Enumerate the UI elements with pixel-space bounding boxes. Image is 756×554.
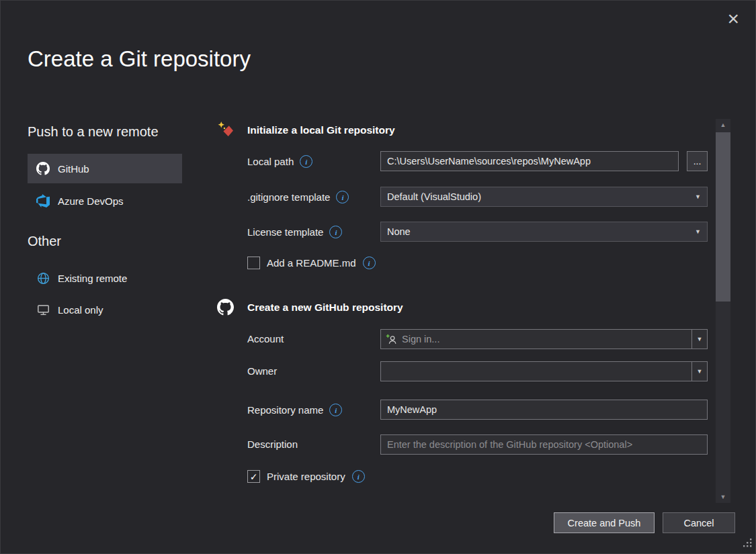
private-label: Private repository	[267, 471, 345, 482]
readme-row: Add a README.md i	[247, 257, 376, 269]
scroll-up-icon[interactable]: ▲	[716, 119, 730, 131]
local-path-input[interactable]	[380, 151, 679, 171]
info-icon[interactable]: i	[352, 470, 365, 483]
chevron-down-icon[interactable]: ▼	[691, 330, 707, 349]
sidebar-item-github[interactable]: GitHub	[28, 154, 182, 183]
gitignore-label-row: .gitignore template i	[247, 191, 349, 203]
globe-icon	[36, 271, 50, 285]
vertical-scrollbar[interactable]: ▲ ▼	[716, 119, 730, 503]
create-and-push-button[interactable]: Create and Push	[554, 512, 655, 533]
resize-grip[interactable]	[743, 538, 753, 551]
sidebar-heading-other: Other	[28, 234, 61, 249]
gitignore-dropdown[interactable]: Default (VisualStudio) ▼	[380, 187, 708, 207]
readme-label: Add a README.md	[267, 257, 356, 269]
scrollbar-thumb[interactable]	[716, 132, 730, 302]
description-label: Description	[247, 438, 298, 450]
license-dropdown[interactable]: None ▼	[380, 222, 708, 242]
description-input[interactable]	[380, 434, 708, 455]
sidebar-item-local-only[interactable]: Local only	[28, 297, 182, 322]
sign-in-icon	[386, 334, 397, 345]
monitor-icon	[36, 302, 50, 317]
local-section-header: Initialize a local Git repository	[217, 122, 395, 141]
azure-devops-icon	[36, 193, 50, 208]
create-git-repo-dialog: × Create a Git repository Push to a new …	[0, 0, 756, 554]
sidebar-item-label: GitHub	[58, 163, 89, 175]
license-label: License template	[247, 226, 323, 238]
description-label-row: Description	[247, 438, 298, 450]
account-label: Account	[247, 333, 284, 344]
github-section-title: Create a new GitHub repository	[247, 299, 403, 314]
info-icon[interactable]: i	[329, 404, 342, 416]
check-icon: ✓	[250, 471, 258, 482]
browse-button[interactable]: ...	[687, 151, 708, 171]
local-path-label: Local path	[247, 156, 294, 167]
owner-label: Owner	[247, 365, 277, 377]
gitignore-value: Default (VisualStudio)	[387, 191, 481, 202]
info-icon[interactable]: i	[300, 155, 312, 168]
chevron-down-icon[interactable]: ▼	[691, 362, 707, 381]
account-label-row: Account	[247, 333, 284, 344]
sidebar-item-label: Existing remote	[58, 273, 127, 284]
sidebar-item-label: Local only	[58, 304, 103, 316]
github-icon	[36, 161, 50, 176]
gitignore-label: .gitignore template	[247, 191, 330, 203]
repo-name-label: Repository name	[247, 404, 323, 416]
info-icon[interactable]: i	[336, 191, 349, 203]
page-title: Create a Git repository	[28, 46, 251, 72]
owner-combo[interactable]: ▼	[380, 361, 708, 381]
chevron-down-icon: ▼	[695, 228, 701, 235]
account-combo[interactable]: Sign in... ▼	[380, 329, 708, 349]
github-icon	[217, 299, 234, 318]
private-row: ✓ Private repository i	[247, 470, 365, 483]
account-value: Sign in...	[402, 334, 439, 344]
sidebar-item-azure-devops[interactable]: Azure DevOps	[28, 187, 182, 215]
info-icon[interactable]: i	[363, 257, 376, 269]
readme-checkbox[interactable]	[247, 257, 260, 269]
sidebar-item-existing-remote[interactable]: Existing remote	[28, 265, 182, 291]
scroll-down-icon[interactable]: ▼	[716, 491, 730, 503]
license-label-row: License template i	[247, 226, 342, 238]
local-section-title: Initialize a local Git repository	[247, 122, 395, 136]
cancel-button[interactable]: Cancel	[663, 512, 735, 533]
chevron-down-icon: ▼	[695, 193, 701, 200]
repository-name-input[interactable]	[380, 400, 708, 420]
sidebar-item-label: Azure DevOps	[58, 195, 124, 207]
license-value: None	[387, 226, 411, 237]
local-path-label-row: Local path i	[247, 155, 312, 168]
sidebar-heading-push: Push to a new remote	[28, 124, 159, 140]
info-icon[interactable]: i	[329, 226, 342, 238]
github-section-header: Create a new GitHub repository	[217, 299, 403, 318]
repo-name-label-row: Repository name i	[247, 404, 342, 416]
new-repository-icon	[217, 122, 234, 141]
close-icon[interactable]: ×	[727, 9, 739, 29]
owner-label-row: Owner	[247, 365, 277, 377]
private-checkbox[interactable]: ✓	[247, 470, 260, 483]
